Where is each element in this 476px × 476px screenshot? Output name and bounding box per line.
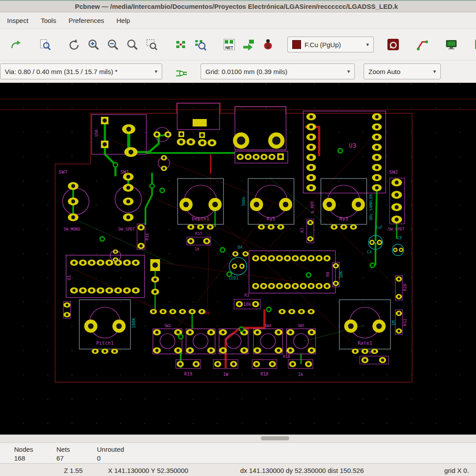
update-pcb-button[interactable] (239, 35, 258, 54)
pcb-via (227, 272, 231, 276)
pcb-pad-hole (99, 261, 102, 264)
pcb-pad-hole (88, 324, 94, 329)
pcb-pad-hole (307, 363, 310, 366)
stat-nodes: Nodes168 (14, 445, 33, 463)
pcb-canvas[interactable]: U10U3SW7SW1SW_MONOSW_SPDTDepth1Ry5100kRy… (0, 83, 476, 435)
pcb-trace (376, 188, 377, 241)
pcb-via (100, 237, 104, 241)
status-delta: dx 141.130000 dy 52.350000 dist 150.526 (240, 464, 364, 476)
pcb-pad-hole (103, 119, 107, 123)
stats-bar: Nodes168Nets67Unrouted0 (0, 443, 476, 463)
menu-item-help[interactable]: Help (110, 14, 136, 27)
pcb-label-100K: 100K (131, 318, 136, 328)
zoom-page-button[interactable] (35, 35, 55, 54)
rotate-button[interactable] (64, 35, 84, 54)
pcb-pad-hole (375, 186, 379, 190)
pcb-label-SW_MONO: SW_MONO (63, 227, 80, 231)
pcb-label-R20: R20 (403, 284, 407, 291)
zoom-fit-button[interactable] (123, 35, 142, 54)
pcb-pad-hole (400, 249, 402, 251)
options-toolbar: Via: 0.80 / 0.40 mm (31.5 / 15.7 mils) *… (0, 60, 476, 83)
pcb-pad-hole (309, 156, 313, 159)
pcb-pad-hole (152, 310, 155, 313)
pcb-pad-hole (333, 226, 335, 228)
pcb-label-1k: 1k (195, 247, 200, 251)
pcb-pad-hole (255, 156, 258, 159)
pcb-pad-hole (398, 330, 400, 332)
zoom-select[interactable]: Zoom Auto ▾ (364, 63, 441, 79)
route-tracks-button[interactable] (413, 35, 432, 54)
pcb-pad-hole (309, 166, 313, 169)
layer-pair-button[interactable] (383, 35, 403, 54)
pcb-pad-hole (294, 257, 297, 260)
pcb-pad-hole (398, 312, 400, 315)
footprint-magnifier-button[interactable] (190, 35, 210, 54)
pcb-pad-hole (375, 176, 379, 179)
menu-item-inspect[interactable]: Inspect (1, 14, 34, 27)
pcb-pad-hole (134, 289, 138, 292)
menu-item-preferences[interactable]: Preferences (62, 14, 110, 27)
horizontal-scrollbar[interactable] (0, 435, 476, 443)
pcb-footprint-outline (303, 111, 386, 193)
status-zoom: Z 1.55 (64, 464, 83, 476)
layer-select[interactable]: F.Cu (PgUp)▾ (287, 37, 374, 52)
pcb-label-U1: U1 (67, 275, 71, 280)
zoom-out-button[interactable] (103, 35, 123, 54)
pcb-pad-hole (263, 156, 266, 159)
pcb-pad-hole (126, 289, 129, 292)
plugin-button[interactable] (471, 35, 476, 54)
plugin-icon (474, 38, 476, 51)
pcb-pad-hole (394, 249, 397, 251)
pcb-via (220, 248, 225, 252)
pcb-label-R12: R12 (403, 319, 407, 326)
pcb-pad-hole (279, 226, 282, 228)
pcb-pad-hole (90, 289, 93, 292)
3d-viewer-button[interactable] (442, 35, 461, 54)
via-tool-button[interactable] (172, 63, 191, 83)
pcb-label-1uF: 1uF (376, 225, 383, 230)
pcb-pad-hole (395, 205, 399, 209)
pcb-pad-hole (395, 218, 399, 222)
pcb-pad-hole (167, 133, 170, 136)
pcb-pad-hole (191, 310, 193, 313)
pcb-pad-hole (375, 166, 379, 169)
chevron-down-icon: ▾ (361, 41, 369, 48)
pcb-pad-hole (162, 310, 164, 313)
pcb-pad-hole (310, 349, 313, 352)
pcb-pad-hole (126, 127, 131, 132)
redo-icon (10, 38, 22, 51)
zoom-page-icon (39, 38, 51, 51)
pcb-pad-hole (326, 285, 329, 288)
pcb-pad-hole (154, 278, 157, 281)
pcb-pad-hole (103, 142, 107, 147)
pcb-svg: U10U3SW7SW1SW_MONOSW_SPDTDepth1Ry5100kRy… (0, 83, 476, 435)
via-size-select[interactable]: Via: 0.80 / 0.40 mm (31.5 / 15.7 mils) *… (0, 63, 162, 79)
menubar: InspectToolsPreferencesHelp (0, 12, 476, 29)
status-grid: grid X 0. (444, 464, 469, 476)
pcb-pad-hole (310, 257, 313, 260)
pcb-pad-hole (278, 257, 281, 260)
pcb-pad-hole (270, 285, 273, 288)
pcb-pad-hole (71, 184, 75, 188)
pcb-via (338, 149, 342, 153)
pcb-pad-hole (309, 176, 313, 179)
redo-button[interactable] (6, 35, 26, 54)
window-titlebar[interactable]: Pcbnew — /media/Intercambio/Documentos/P… (0, 0, 476, 12)
drc-bug-button[interactable] (258, 35, 278, 54)
pcb-pad-hole (171, 310, 174, 313)
pcb-footprint-outline (92, 115, 146, 154)
grid-size-select[interactable]: Grid: 0.0100 mm (0.39 mils) ▾ (201, 63, 355, 79)
chevron-down-icon: ▾ (428, 68, 436, 74)
pcb-pad-hole (94, 350, 97, 353)
pcb-pad-hole (290, 310, 293, 313)
pcb-pad-hole (277, 331, 280, 334)
menu-item-tools[interactable]: Tools (34, 14, 62, 27)
footprint-button[interactable] (171, 35, 190, 54)
scrollbar-thumb[interactable] (261, 436, 289, 440)
pcb-pad-hole (289, 349, 292, 352)
zoom-select-button[interactable] (142, 35, 161, 54)
net-list-button[interactable]: NET (219, 35, 239, 54)
zoom-in-button[interactable] (84, 35, 103, 54)
drc-bug-icon (262, 38, 274, 51)
pcb-pad-hole (395, 193, 399, 197)
